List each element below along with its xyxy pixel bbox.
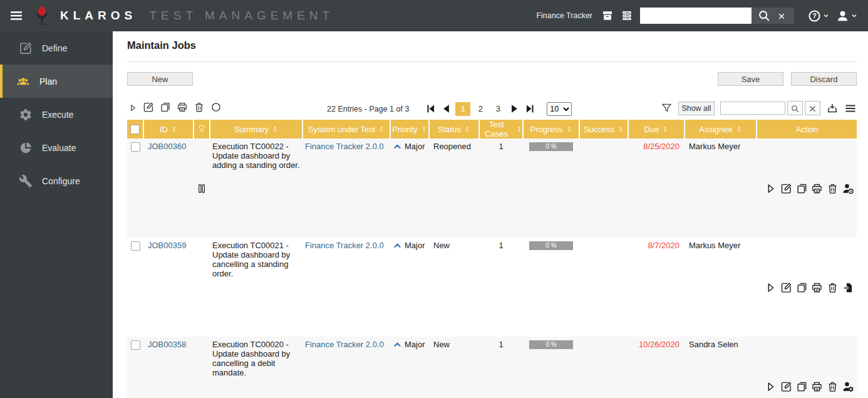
col-summary[interactable]: Summary [210,120,302,139]
user-gear-icon[interactable] [842,340,854,398]
wrench-icon [19,174,33,188]
job-id-link[interactable]: JOB00360 [148,142,186,151]
loop-icon[interactable] [210,102,222,113]
main-content: Maintain Jobs New Save Discard 22 Entrie… [113,31,868,398]
user-clock-icon[interactable] [842,142,854,236]
col-assignee[interactable]: Assignee [685,120,757,139]
col-priority[interactable]: Priority [390,120,429,139]
col-status[interactable]: Status [429,120,479,139]
first-page-button[interactable] [425,103,437,115]
print-selected-icon[interactable] [177,102,188,113]
col-progress[interactable]: Progress [523,120,579,139]
job-id-link[interactable]: JOB00359 [148,241,186,250]
search-icon[interactable] [755,9,773,23]
app-title: KLAROS TEST MANAGEMENT [60,9,334,23]
table-menu-icon[interactable] [844,102,857,115]
delete-selected-icon[interactable] [194,102,205,113]
page-size-select[interactable]: 10 [547,102,572,116]
duplicate-icon[interactable] [796,241,808,335]
show-all-button[interactable]: Show all [678,102,715,115]
table-search-input[interactable] [720,102,785,115]
people-icon [16,75,30,88]
col-due[interactable]: Due [628,120,685,139]
print-icon[interactable] [811,142,823,236]
col-success[interactable]: Success [579,120,628,139]
table-search-icon[interactable] [787,101,803,115]
assignee-name: Markus Meyer [685,238,757,337]
sut-link[interactable]: Finance Tracker 2.0.0 [305,241,384,250]
print-icon[interactable] [811,340,823,398]
duplicate-icon[interactable] [796,340,808,398]
global-search-input[interactable] [640,8,752,24]
import-export-icon[interactable] [826,102,839,115]
save-button[interactable]: Save [718,72,783,86]
sidebar-item-plan[interactable]: Plan [0,65,113,98]
select-all-header [127,120,143,139]
page-button-1[interactable]: 1 [455,102,470,116]
new-button[interactable]: New [127,72,193,86]
due-date: 8/7/2020 [648,241,679,250]
delete-icon[interactable] [827,340,839,398]
sidebar-item-configure[interactable]: Configure [0,164,113,197]
delete-icon[interactable] [827,142,839,236]
clear-search-icon[interactable] [773,9,790,23]
run-icon[interactable] [765,241,777,335]
prev-page-button[interactable] [440,103,452,115]
sidebar-item-define[interactable]: Define [0,31,113,65]
duplicate-selected-icon[interactable] [160,102,171,113]
run-icon[interactable] [765,142,777,236]
sidebar-item-evaluate[interactable]: Evaluate [0,131,113,164]
project-name: Finance Tracker [536,11,592,20]
filter-icon[interactable] [661,102,673,114]
jobs-table: ID Summary System under Test Priority St… [127,120,857,398]
run-icon[interactable] [765,340,777,398]
user-menu-icon[interactable] [836,9,858,23]
sut-link[interactable]: Finance Tracker 2.0.0 [305,340,384,349]
pie-chart-icon [19,141,33,155]
print-icon[interactable] [811,241,823,335]
sidebar-item-execute[interactable]: Execute [0,98,113,131]
col-sut[interactable]: System under Test [302,120,390,139]
discard-button[interactable]: Discard [791,72,857,86]
priority-major-icon [393,142,402,151]
job-summary: Execution TC00020 - Update dashboard by … [210,337,302,398]
server-icon[interactable] [621,9,633,22]
sidebar-item-label: Execute [42,110,74,120]
col-test-cases[interactable]: Test Cases [479,120,523,139]
table-clear-icon[interactable] [805,101,820,115]
next-page-button[interactable] [509,103,520,115]
duplicate-icon[interactable] [796,142,808,236]
row-checkbox[interactable] [131,241,140,251]
col-id[interactable]: ID [143,120,194,139]
job-summary: Execution TC00022 - Update dashboard by … [210,139,302,238]
edit-icon[interactable] [780,241,792,335]
file-export-icon[interactable] [842,241,854,335]
archive-icon[interactable] [601,9,614,22]
job-id-link[interactable]: JOB00358 [148,340,186,349]
edit-icon[interactable] [780,142,792,236]
sidebar: Define Plan Execute Evaluate Configure [0,31,113,398]
edit-selected-icon[interactable] [143,102,154,113]
help-icon[interactable] [808,9,830,23]
sidebar-item-label: Evaluate [42,143,76,153]
select-all-checkbox[interactable] [130,125,140,134]
page-button-2[interactable]: 2 [473,102,488,116]
last-page-button[interactable] [524,103,536,115]
row-checkbox[interactable] [131,142,140,152]
delete-icon[interactable] [827,241,839,335]
sort-icon [272,126,278,132]
row-checkbox[interactable] [131,340,140,350]
brand-primary: KLAROS [60,9,137,22]
col-action: Action [757,120,857,139]
sut-link[interactable]: Finance Tracker 2.0.0 [305,142,384,151]
page-button-3[interactable]: 3 [490,102,505,116]
edit-icon[interactable] [780,340,792,398]
hamburger-menu-icon[interactable] [9,8,24,23]
table-toolbar: 22 Entries - Page 1 of 3 1 2 3 10 Show a… [127,100,857,117]
table-row: JOB00360 Execution TC00022 - Update dash… [127,139,857,238]
progress-bar: 0 % [529,241,573,250]
sort-icon [566,126,572,132]
col-flag[interactable] [194,120,210,139]
row-actions [759,241,854,335]
run-selected-icon[interactable] [128,103,137,112]
